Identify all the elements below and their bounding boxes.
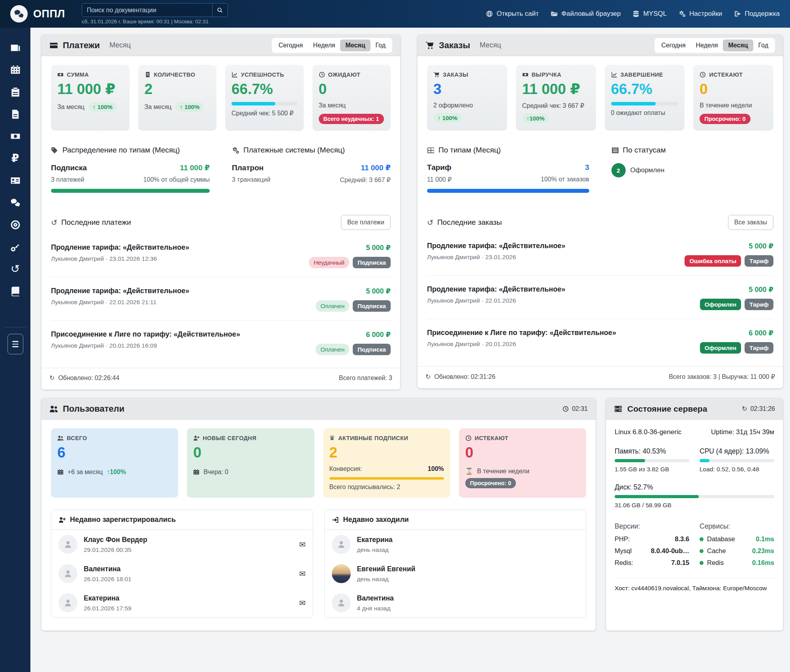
sidebar-item-comments[interactable] — [6, 194, 24, 212]
nav-link-settings[interactable]: Настройки — [679, 10, 722, 18]
tab-today[interactable]: Сегодня — [273, 40, 308, 51]
user-row: Валентина26.01.2026 18:01 ✉ — [51, 559, 313, 588]
refresh-icon: ↻ — [425, 374, 431, 380]
users-icon — [57, 435, 64, 441]
server-refresh-time: ↻ 02:31:26 — [742, 405, 775, 412]
orders-period: Месяц — [480, 41, 501, 49]
envelope-icon[interactable]: ✉ — [299, 541, 306, 548]
tab-month[interactable]: Месяц — [340, 40, 370, 51]
type-badge: Тариф — [745, 342, 773, 354]
cpu-progress-bar — [700, 459, 774, 462]
payments-icon — [10, 131, 21, 141]
sidebar-item-target[interactable] — [6, 216, 24, 234]
users-card: Пользователи 02:31 ВСЕГО 6 +6 за месяц↑1… — [41, 398, 596, 631]
stat-orders-value: 3 — [433, 82, 501, 96]
payment-row: Продление тарифа: «Действительное»Лукьян… — [51, 277, 391, 321]
payments-by-type: Распределение по типам (Месяц) Подписка1… — [51, 146, 210, 197]
order-row: Продление тарифа: «Действительное»Лукьян… — [427, 232, 773, 276]
nav-link-label: MYSQL — [643, 10, 667, 18]
stat-sum: СУММА 11 000 ₽ За месяц↑ 100% — [51, 65, 130, 131]
type-badge: Подписка — [353, 344, 391, 355]
sidebar-item-keys[interactable] — [6, 238, 24, 256]
tab-year[interactable]: Год — [753, 40, 773, 51]
envelope-icon[interactable]: ✉ — [299, 599, 306, 607]
type-badge: Тариф — [745, 299, 773, 310]
left-sidebar: ₽ ↺ — [0, 28, 30, 672]
sidebar-item-id-card[interactable] — [6, 171, 24, 190]
stat-active-subs: ♛АКТИВНЫЕ ПОДПИСКИ 2 Конверсия:100% Всег… — [323, 428, 450, 498]
server-status-card: Состояние сервера ↻ 02:31:26 Linux 6.8.0… — [606, 398, 783, 631]
stat-orders: ЗАКАЗЫ 3 2 оформлено↑ 100% — [427, 65, 507, 131]
users-icon — [49, 405, 58, 413]
status-badge: Оплачен — [316, 344, 349, 355]
success-progress-bar — [231, 102, 297, 105]
orders-by-status: По статусам 2 Оформлен — [611, 146, 774, 197]
nav-link-open-site[interactable]: Открыть сайт — [486, 10, 539, 18]
hourglass-icon: ⌛ — [465, 468, 473, 474]
stat-expiring-value: 0 — [700, 82, 767, 96]
cart-plus-icon — [433, 72, 440, 78]
key-icon — [10, 242, 21, 252]
app-logo-icon — [10, 5, 28, 23]
conversion-progress-bar — [329, 477, 444, 480]
type-badge: Подписка — [353, 257, 391, 268]
sidebar-item-finance[interactable]: ₽ — [6, 149, 24, 168]
stat-users-total-value: 6 — [57, 445, 172, 460]
sidebar-toggle-button[interactable] — [8, 334, 23, 354]
search-icon — [217, 7, 223, 13]
nav-link-mysql[interactable]: MYSQL — [632, 10, 667, 18]
growth-badge: ↑ 100% — [433, 113, 462, 123]
tab-year[interactable]: Год — [371, 40, 391, 51]
sidebar-item-documents[interactable] — [6, 105, 24, 123]
nav-link-support[interactable]: Поддержка — [734, 10, 780, 18]
status-name: Оформлен — [630, 166, 665, 174]
growth-badge: ↑ 100% — [88, 102, 117, 112]
table-icon — [427, 147, 434, 154]
folder-open-icon — [551, 10, 558, 17]
sidebar-item-newspaper[interactable] — [6, 39, 24, 57]
book-icon — [10, 286, 21, 296]
payments-total: Всего платежей: 3 — [339, 375, 392, 382]
payment-row: Присоединение к Лиге по тарифу: «Действи… — [51, 321, 391, 364]
sidebar-item-calendar[interactable] — [6, 61, 24, 79]
avatar — [58, 564, 77, 583]
tab-week[interactable]: Неделя — [308, 40, 340, 51]
stat-success: УСПЕШНОСТЬ 66.7% Средний чек: 5 500 ₽ — [225, 65, 304, 131]
tab-today[interactable]: Сегодня — [656, 40, 690, 51]
clock-icon — [562, 406, 569, 412]
memory-block: Память: 40.53% 1.55 GB из 3.82 GB — [615, 447, 689, 473]
users-card-title: Пользователи — [49, 404, 124, 414]
stat-success-value: 66.7% — [231, 82, 297, 96]
payments-card: Платежи Месяц Сегодня Неделя Месяц Год — [41, 35, 400, 390]
stat-pending: ОЖИДАЮТ 0 За месяц Всего неудачных: 1 — [312, 65, 391, 131]
orders-card-title: Заказы Месяц — [425, 40, 501, 51]
stat-users-new: НОВЫЕ СЕГОДНЯ 0 Вчера: 0 — [187, 428, 314, 498]
brand[interactable]: ОППЛ — [10, 5, 65, 23]
server-icon — [614, 405, 623, 413]
user-plus-icon — [193, 435, 199, 441]
all-orders-button[interactable]: Все заказы — [728, 215, 773, 230]
refresh-icon[interactable]: ↻ — [742, 406, 747, 412]
sidebar-item-history[interactable]: ↺ — [6, 260, 24, 278]
sidebar-item-clipboard[interactable] — [6, 83, 24, 101]
search-button[interactable] — [212, 3, 228, 17]
chart-line-icon — [231, 72, 238, 78]
users-time: 02:31 — [562, 405, 588, 412]
tab-month[interactable]: Месяц — [723, 40, 753, 51]
brand-name: ОППЛ — [33, 8, 65, 20]
sidebar-item-book[interactable] — [6, 282, 24, 300]
tab-week[interactable]: Неделя — [691, 40, 723, 51]
orders-by-type: По типам (Месяц) Тариф3 11 000 ₽100% от … — [427, 146, 589, 197]
service-status-dot — [700, 561, 703, 565]
nav-link-file-browser[interactable]: Файловый браузер — [551, 10, 621, 18]
overdue-badge: Просрочено: 0 — [700, 114, 750, 124]
all-payments-button[interactable]: Все платежи — [341, 215, 391, 230]
services-block: Сервисы: Database0.1ms Cache0.23ms Redis… — [700, 522, 774, 571]
top-navbar: ОППЛ сб, 31.01.2026 г. Ваше время: 00:31… — [0, 0, 790, 28]
navbar-datetime: сб, 31.01.2026 г. Ваше время: 00:31 | Мо… — [82, 19, 228, 24]
sidebar-item-payments[interactable] — [6, 127, 24, 145]
search-input[interactable] — [82, 3, 212, 17]
envelope-icon[interactable]: ✉ — [299, 570, 306, 578]
user-plus-icon — [58, 516, 66, 523]
avatar — [58, 535, 77, 554]
